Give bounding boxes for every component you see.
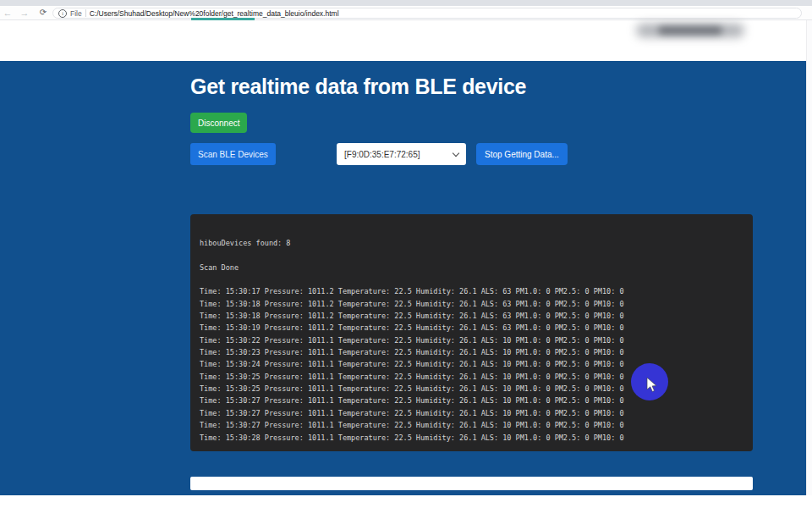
- console-line: Time: 15:30:22 Pressure: 1011.1 Temperat…: [200, 334, 746, 346]
- console-lines: hibouDevices found: 8 Scan Done Time: 15…: [200, 237, 746, 444]
- device-select[interactable]: [F9:0D:35:E7:72:65]: [337, 143, 466, 165]
- console-line: Time: 15:30:23 Pressure: 1011.1 Temperat…: [200, 346, 746, 358]
- address-bar[interactable]: i File C:/Users/Shuhad/Desktop/New%20fol…: [52, 8, 802, 19]
- url-text[interactable]: C:/Users/Shuhad/Desktop/New%20folder/get…: [90, 9, 339, 18]
- url-scheme-label: File: [70, 9, 82, 18]
- page-title: Get realtime data from BLE device: [190, 75, 526, 99]
- console-line: Time: 15:30:24 Pressure: 1011.1 Temperat…: [200, 358, 746, 370]
- console-line: Time: 15:30:19 Pressure: 1011.2 Temperat…: [200, 322, 746, 334]
- console-line: [200, 249, 746, 261]
- browser-tab-strip: [0, 0, 812, 6]
- ble-page: Get realtime data from BLE device Discon…: [0, 61, 806, 495]
- url-underline-highlight: [191, 18, 255, 20]
- console-line: Time: 15:30:27 Pressure: 1011.1 Temperat…: [200, 407, 746, 419]
- console-line: Time: 15:30:18 Pressure: 1011.2 Temperat…: [200, 298, 746, 310]
- console-line: Scan Done: [200, 262, 746, 273]
- console-line: Time: 15:30:27 Pressure: 1011.1 Temperat…: [200, 419, 746, 431]
- click-highlight: [631, 363, 668, 400]
- address-separator: [85, 9, 86, 17]
- console-line: Time: 15:30:28 Pressure: 1011.1 Temperat…: [200, 432, 746, 444]
- chevron-down-icon: [453, 149, 459, 156]
- browser-toolbar: ← → ⟳ i File C:/Users/Shuhad/Desktop/New…: [0, 6, 812, 20]
- console-output: hibouDevices found: 8 Scan Done Time: 15…: [190, 214, 753, 451]
- page-bottom-white-band: [0, 495, 812, 508]
- reload-icon[interactable]: ⟳: [37, 6, 49, 19]
- scan-ble-devices-button[interactable]: Scan BLE Devices: [190, 143, 276, 165]
- console-line: Time: 15:30:17 Pressure: 1011.2 Temperat…: [200, 285, 746, 297]
- disconnect-button[interactable]: Disconnect: [190, 113, 247, 133]
- console-line: Time: 15:30:18 Pressure: 1011.2 Temperat…: [200, 310, 746, 322]
- scrollbar[interactable]: [806, 20, 812, 508]
- mouse-cursor-icon: [646, 377, 657, 393]
- info-icon[interactable]: i: [58, 9, 67, 18]
- back-icon[interactable]: ←: [2, 6, 14, 19]
- console-line: [200, 273, 746, 285]
- stop-getting-data-button[interactable]: Stop Getting Data...: [476, 143, 568, 165]
- forward-icon[interactable]: →: [19, 6, 30, 19]
- console-line: hibouDevices found: 8: [200, 237, 746, 249]
- blurred-content-core: [658, 26, 722, 35]
- bottom-input[interactable]: [190, 477, 753, 490]
- console-line: Time: 15:30:27 Pressure: 1011.1 Temperat…: [200, 395, 746, 406]
- device-select-value: [F9:0D:35:E7:72:65]: [344, 150, 420, 159]
